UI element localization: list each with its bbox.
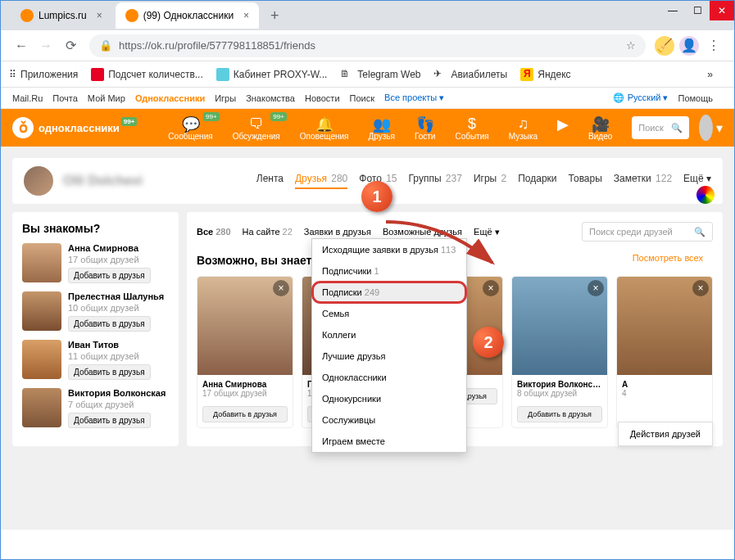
card-name[interactable]: Анна Смирнова [202,380,288,389]
profile-tab[interactable]: Друзья 280 [295,173,347,189]
portal-link[interactable]: Mail.Ru [12,93,43,103]
portal-link[interactable]: Поиск [350,93,374,103]
view-all-link[interactable]: Посмотреть всех [633,253,703,263]
suggestion-name[interactable]: Прелестная Шалунья [68,291,164,301]
portal-link[interactable]: Мой Мир [88,93,125,103]
suggestion-name[interactable]: Иван Титов [68,340,151,350]
suggestion-item: Прелестная Шалунья 10 общих друзей Добав… [22,291,169,332]
ok-nav-item[interactable]: ♫Музыка [509,115,538,141]
ok-nav-item[interactable]: 👥Друзья [368,115,394,141]
dismiss-card-button[interactable]: × [692,280,709,296]
dropdown-item[interactable]: Лучшие друзья [312,345,466,367]
bookmark-item[interactable]: Подсчет количеств... [91,68,203,81]
filter-item[interactable]: На сайте 22 [243,227,293,237]
suggestion-avatar[interactable] [22,388,61,427]
ok-nav-item[interactable]: 🗨Обсуждения99+ [233,115,280,141]
profile-tab[interactable]: Товары [569,173,602,189]
user-avatar[interactable] [699,115,713,141]
close-tab-icon[interactable]: × [97,10,102,21]
portal-link[interactable]: Знакомства [246,93,295,103]
apps-button[interactable]: ⠿ Приложения [9,69,78,80]
portal-link-all[interactable]: Все проекты ▾ [384,93,444,103]
suggestion-name[interactable]: Виктория Волконская [68,388,166,398]
dropdown-item[interactable]: Коллеги [312,324,466,345]
profile-avatar[interactable] [24,166,53,196]
favicon-icon [20,9,34,22]
language-selector[interactable]: Русский ▾ [628,93,669,103]
dropdown-item-subscriptions[interactable]: Подписки 249 [312,282,466,303]
friends-search-input[interactable]: Поиск среди друзей 🔍 [582,222,713,242]
nav-label: Сообщения [168,132,212,141]
ok-nav-item[interactable]: 🔔Оповещения [300,115,349,141]
ok-nav-item[interactable]: 💬Сообщения99+ [168,115,212,141]
portal-link[interactable]: Почта [52,93,78,103]
dropdown-item[interactable]: Семья [312,303,466,324]
profile-tab[interactable]: Заметки 122 [614,173,672,189]
bookmark-icon: Я [520,68,533,81]
card-name[interactable]: А [622,380,707,389]
ok-nav-item[interactable]: ▶ [557,115,569,141]
profile-tab[interactable]: Игры 2 [474,173,506,189]
close-button[interactable]: ✕ [710,1,734,20]
friends-actions-button[interactable]: Действия друзей [618,422,713,446]
assistant-icon[interactable] [696,186,715,204]
filter-count: 22 [283,227,293,237]
help-link[interactable]: Помощь [678,93,714,103]
ok-logo[interactable]: ǒ одноклассники 99+ [12,117,135,138]
close-tab-icon[interactable]: × [243,10,249,21]
add-friend-button[interactable]: Добавить в друзья [202,406,288,422]
ok-nav-item[interactable]: $События [455,115,488,141]
dropdown-item[interactable]: Сослуживцы [312,409,466,431]
ok-nav-item[interactable]: 🎥Видео [588,115,612,141]
maximize-button[interactable]: ☐ [685,1,710,20]
minimize-button[interactable]: — [660,1,685,20]
dismiss-card-button[interactable]: × [483,280,499,296]
dismiss-card-button[interactable]: × [273,280,289,296]
forward-button[interactable]: → [34,38,58,53]
ok-nav-item[interactable]: 👣Гости [415,115,435,141]
profile-tab[interactable]: Лента [256,173,284,189]
suggestion-avatar[interactable] [22,340,61,379]
add-friend-button[interactable]: Добавить в друзья [517,406,602,422]
bookmark-item[interactable]: 🗎Telegram Web [340,68,420,81]
new-tab-button[interactable]: + [262,7,288,25]
back-button[interactable]: ← [9,38,34,53]
dismiss-card-button[interactable]: × [588,280,604,296]
tab-count: 237 [446,173,462,184]
suggestion-item: Анна Смирнова 17 общих друзей Добавить в… [22,243,169,283]
ok-search-input[interactable]: Поиск 🔍 [632,116,689,139]
dropdown-item[interactable]: Однокурсники [312,388,466,409]
add-friend-button[interactable]: Добавить в друзья [68,364,151,380]
address-bar[interactable]: 🔒 https://ok.ru/profile/577798118851/fri… [89,34,646,57]
suggestion-name[interactable]: Анна Смирнова [68,243,151,253]
star-icon[interactable]: ☆ [626,39,636,52]
profile-icon[interactable]: 👤 [679,36,699,56]
filter-item[interactable]: Заявки в друзья [304,227,371,237]
profile-tab[interactable]: Подарки [518,173,556,189]
menu-button[interactable]: ⋮ [701,38,726,53]
browser-tab[interactable]: Lumpics.ru × [11,2,112,29]
card-name[interactable]: Виктория Волконская [517,380,602,389]
bookmarks-overflow[interactable]: » [707,69,713,80]
add-friend-button[interactable]: Добавить в друзья [68,413,151,428]
suggestion-avatar[interactable] [22,243,61,282]
annotation-callout-2: 2 [473,327,504,358]
portal-link-active[interactable]: Одноклассники [135,93,205,103]
dropdown-item[interactable]: Одноклассники [312,367,466,388]
portal-link[interactable]: Игры [215,93,236,103]
bookmark-item[interactable]: ЯЯндекс [520,68,570,81]
add-friend-button[interactable]: Добавить в друзья [68,268,151,283]
suggestion-avatar[interactable] [22,291,61,331]
bookmark-icon [216,68,229,81]
bookmark-item[interactable]: ✈Авиабилеты [433,68,507,81]
dropdown-item[interactable]: Играем вместе [312,431,466,452]
browser-tab-active[interactable]: (99) Одноклассники × [116,2,259,29]
reload-button[interactable]: ⟳ [58,38,83,53]
bookmark-item[interactable]: Кабинет PROXY-W... [216,68,328,81]
extension-icon[interactable]: 🧹 [655,36,674,56]
chevron-down-icon[interactable]: ▾ [716,120,723,136]
portal-link[interactable]: Новости [305,93,340,103]
add-friend-button[interactable]: Добавить в друзья [68,316,151,332]
filter-item[interactable]: Все 280 [197,227,231,237]
profile-tab[interactable]: Группы 237 [409,173,462,189]
